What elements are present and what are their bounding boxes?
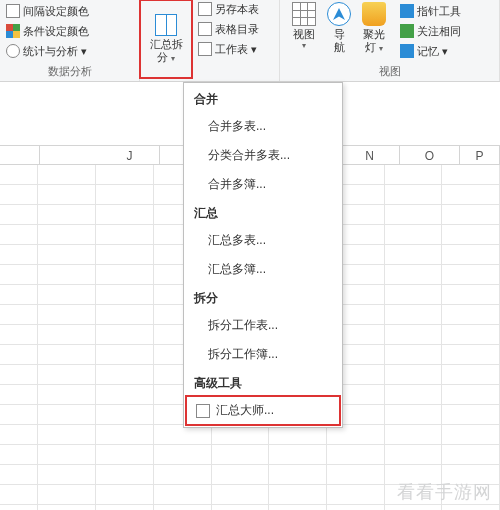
col-header-P[interactable]: P — [460, 146, 500, 164]
grid-cell[interactable] — [96, 165, 154, 185]
grid-cell[interactable] — [96, 345, 154, 365]
grid-cell[interactable] — [96, 245, 154, 265]
grid-cell[interactable] — [442, 165, 500, 185]
grid-cell[interactable] — [38, 305, 96, 325]
grid-cell[interactable] — [154, 425, 212, 445]
grid-cell[interactable] — [38, 165, 96, 185]
dd-merge-tables[interactable]: 合并多表... — [184, 112, 342, 141]
grid-cell[interactable] — [385, 225, 443, 245]
grid-cell[interactable] — [0, 365, 38, 385]
grid-cell[interactable] — [269, 425, 327, 445]
grid-cell[interactable] — [96, 405, 154, 425]
col-header-N[interactable]: N — [340, 146, 400, 164]
grid-cell[interactable] — [0, 385, 38, 405]
grid-cell[interactable] — [385, 505, 443, 510]
grid-cell[interactable] — [327, 445, 385, 465]
dd-summary-master[interactable]: 汇总大师... — [186, 396, 340, 425]
grid-cell[interactable] — [96, 425, 154, 445]
grid-cell[interactable] — [0, 445, 38, 465]
grid-cell[interactable] — [96, 305, 154, 325]
grid-cell[interactable] — [0, 205, 38, 225]
grid-cell[interactable] — [442, 245, 500, 265]
grid-cell[interactable] — [385, 185, 443, 205]
grid-cell[interactable] — [385, 205, 443, 225]
grid-cell[interactable] — [38, 265, 96, 285]
grid-cell[interactable] — [0, 505, 38, 510]
dd-merge-workbooks[interactable]: 合并多簿... — [184, 170, 342, 199]
grid-cell[interactable] — [0, 285, 38, 305]
grid-cell[interactable] — [327, 505, 385, 510]
btn-condition-color[interactable]: 条件设定颜色 — [4, 22, 91, 40]
grid-cell[interactable] — [442, 445, 500, 465]
grid-cell[interactable] — [385, 325, 443, 345]
grid-cell[interactable] — [0, 485, 38, 505]
grid-cell[interactable] — [0, 425, 38, 445]
grid-cell[interactable] — [442, 345, 500, 365]
grid-cell[interactable] — [38, 405, 96, 425]
grid-cell[interactable] — [212, 425, 270, 445]
grid-cell[interactable] — [385, 385, 443, 405]
grid-cell[interactable] — [96, 205, 154, 225]
btn-save-as-sheet[interactable]: 另存本表 — [196, 0, 261, 18]
grid-cell[interactable] — [442, 285, 500, 305]
grid-cell[interactable] — [96, 445, 154, 465]
grid-cell[interactable] — [0, 245, 38, 265]
grid-cell[interactable] — [38, 365, 96, 385]
grid-cell[interactable] — [212, 465, 270, 485]
grid-cell[interactable] — [442, 425, 500, 445]
dd-merge-by-category[interactable]: 分类合并多表... — [184, 141, 342, 170]
btn-spotlight[interactable]: 聚光 灯 ▾ — [354, 2, 394, 53]
grid-cell[interactable] — [0, 345, 38, 365]
grid-cell[interactable] — [385, 445, 443, 465]
grid-cell[interactable] — [327, 465, 385, 485]
col-header[interactable] — [0, 146, 40, 164]
dd-summary-workbooks[interactable]: 汇总多簿... — [184, 255, 342, 284]
grid-cell[interactable] — [0, 305, 38, 325]
dd-split-workbook[interactable]: 拆分工作簿... — [184, 340, 342, 369]
grid-cell[interactable] — [154, 445, 212, 465]
col-header-J[interactable]: J — [100, 146, 160, 164]
grid-cell[interactable] — [385, 265, 443, 285]
grid-cell[interactable] — [96, 265, 154, 285]
grid-cell[interactable] — [269, 485, 327, 505]
grid-cell[interactable] — [385, 405, 443, 425]
grid-cell[interactable] — [442, 365, 500, 385]
grid-cell[interactable] — [38, 505, 96, 510]
btn-pointer-tool[interactable]: 指针工具 — [398, 2, 463, 20]
grid-cell[interactable] — [96, 365, 154, 385]
grid-cell[interactable] — [0, 185, 38, 205]
grid-cell[interactable] — [269, 445, 327, 465]
dd-split-sheet[interactable]: 拆分工作表... — [184, 311, 342, 340]
col-header-O[interactable]: O — [400, 146, 460, 164]
btn-summary-split[interactable]: 汇总拆 分 ▾ — [140, 0, 192, 78]
btn-view[interactable]: 视图 ▾ — [284, 2, 324, 50]
grid-cell[interactable] — [96, 505, 154, 510]
grid-cell[interactable] — [38, 325, 96, 345]
grid-cell[interactable] — [154, 465, 212, 485]
grid-cell[interactable] — [96, 385, 154, 405]
grid-cell[interactable] — [154, 485, 212, 505]
grid-cell[interactable] — [327, 425, 385, 445]
btn-interval-color[interactable]: 间隔设定颜色 — [4, 2, 91, 20]
btn-stats[interactable]: 统计与分析 ▾ — [4, 42, 91, 60]
grid-cell[interactable] — [442, 505, 500, 510]
grid-cell[interactable] — [38, 465, 96, 485]
grid-cell[interactable] — [38, 445, 96, 465]
grid-cell[interactable] — [442, 185, 500, 205]
grid-cell[interactable] — [385, 165, 443, 185]
grid-cell[interactable] — [96, 485, 154, 505]
grid-cell[interactable] — [269, 505, 327, 510]
grid-cell[interactable] — [154, 505, 212, 510]
grid-cell[interactable] — [38, 285, 96, 305]
btn-table-toc[interactable]: 表格目录 — [196, 20, 261, 38]
grid-cell[interactable] — [0, 325, 38, 345]
grid-cell[interactable] — [0, 465, 38, 485]
grid-cell[interactable] — [96, 325, 154, 345]
grid-cell[interactable] — [442, 265, 500, 285]
grid-cell[interactable] — [38, 185, 96, 205]
grid-cell[interactable] — [385, 245, 443, 265]
grid-cell[interactable] — [385, 345, 443, 365]
grid-cell[interactable] — [442, 225, 500, 245]
grid-cell[interactable] — [385, 365, 443, 385]
grid-cell[interactable] — [0, 225, 38, 245]
